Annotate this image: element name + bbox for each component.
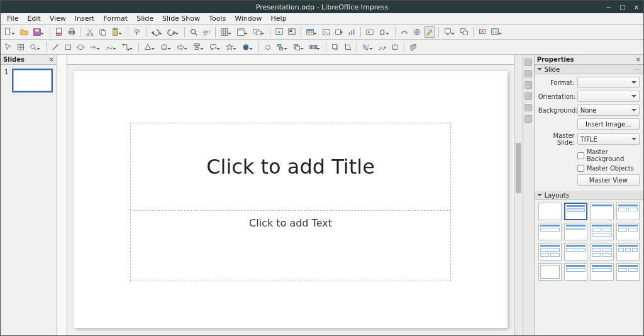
dock-animation-icon[interactable]	[525, 81, 532, 89]
orientation-combo[interactable]	[577, 91, 640, 102]
menu-edit[interactable]: Edit	[23, 13, 44, 24]
menu-insert[interactable]: Insert	[71, 13, 99, 24]
rectangle-tool[interactable]	[62, 42, 74, 53]
layout-8[interactable]	[616, 223, 640, 240]
menu-slide[interactable]: Slide	[133, 13, 157, 24]
menu-help[interactable]: Help	[267, 13, 291, 24]
insert-hyperlink-button[interactable]	[411, 26, 423, 38]
toggle-extrusion-button[interactable]	[408, 42, 419, 53]
distribute-tool[interactable]	[308, 42, 319, 53]
display-grid-button[interactable]	[219, 26, 230, 38]
layout-9[interactable]	[538, 243, 562, 260]
insert-av-button[interactable]	[333, 26, 345, 38]
display-views-button[interactable]	[235, 26, 247, 38]
layouts-section-header[interactable]: Layouts	[535, 191, 643, 200]
crop-tool[interactable]	[342, 42, 353, 53]
align-tool[interactable]	[275, 42, 286, 53]
new-document-button[interactable]	[3, 26, 14, 38]
copy-button[interactable]	[97, 26, 108, 38]
undo-button[interactable]	[150, 26, 161, 38]
points-tool[interactable]	[377, 42, 388, 53]
slide-thumbnail-1[interactable]	[12, 69, 53, 92]
3d-objects-tool[interactable]	[240, 42, 252, 53]
arrange-tool[interactable]	[291, 42, 303, 53]
menu-tools[interactable]: Tools	[205, 13, 230, 24]
layout-5[interactable]	[538, 223, 562, 240]
duplicate-slide-button[interactable]	[458, 26, 470, 38]
menu-format[interactable]: Format	[99, 13, 131, 24]
vertical-scrollbar[interactable]	[514, 55, 523, 335]
dock-slide-transition-icon[interactable]	[525, 70, 532, 77]
save-button[interactable]	[31, 26, 43, 38]
layout-10[interactable]	[564, 243, 587, 260]
filter-tool[interactable]	[360, 42, 372, 53]
layout-6[interactable]	[564, 223, 587, 240]
export-pdf-button[interactable]	[53, 26, 65, 38]
layout-11[interactable]	[590, 243, 613, 260]
layout-title-content[interactable]	[564, 203, 587, 220]
insert-image-button[interactable]	[321, 26, 332, 38]
menu-view[interactable]: View	[46, 13, 70, 24]
insert-fontwork-button[interactable]	[399, 26, 410, 38]
content-placeholder[interactable]: Click to add Text	[130, 212, 451, 281]
menu-window[interactable]: Window	[231, 13, 265, 24]
clone-formatting-button[interactable]	[131, 26, 143, 38]
select-tool[interactable]	[3, 42, 14, 53]
layout-14[interactable]	[564, 263, 587, 281]
dock-gallery-icon[interactable]	[525, 104, 532, 111]
rotate-tool[interactable]	[262, 42, 274, 53]
curve-tool[interactable]	[104, 42, 115, 53]
layout-title-only[interactable]	[590, 203, 613, 220]
master-background-checkbox[interactable]	[577, 152, 584, 159]
master-slide-combo[interactable]: TITLE	[577, 133, 640, 145]
insert-table-button[interactable]	[304, 26, 316, 38]
layout-12[interactable]	[616, 243, 640, 260]
master-view-button[interactable]: Master View	[577, 174, 640, 186]
insert-textbox-button[interactable]: A	[364, 26, 375, 38]
ellipse-tool[interactable]	[75, 42, 86, 53]
master-slide-button[interactable]	[252, 26, 263, 38]
delete-slide-button[interactable]	[477, 26, 488, 38]
spellcheck-button[interactable]: abc	[201, 26, 212, 38]
layout-16[interactable]	[616, 263, 640, 281]
dock-master-slides-icon[interactable]	[525, 92, 532, 100]
symbol-shapes-tool[interactable]	[158, 42, 170, 53]
background-combo[interactable]: None	[577, 104, 640, 116]
cut-button[interactable]	[84, 26, 96, 38]
stars-tool[interactable]	[224, 42, 235, 53]
connector-tool[interactable]	[120, 42, 131, 53]
format-combo[interactable]	[577, 77, 640, 88]
flowchart-tool[interactable]	[191, 42, 203, 53]
slide-layout-button[interactable]	[489, 26, 501, 38]
find-replace-button[interactable]	[188, 26, 199, 38]
line-arrow-tool[interactable]	[87, 42, 99, 53]
start-first-button[interactable]	[274, 26, 285, 38]
slides-panel-close-icon[interactable]: ×	[49, 56, 54, 63]
gluepoints-tool[interactable]	[389, 42, 401, 53]
master-objects-checkbox[interactable]	[577, 165, 584, 172]
block-arrows-tool[interactable]	[175, 42, 186, 53]
slide-workspace[interactable]: Click to add Title Click to add Text	[67, 65, 514, 335]
dock-navigator-icon[interactable]	[525, 115, 532, 123]
redo-button[interactable]	[166, 26, 177, 38]
paste-button[interactable]	[109, 26, 121, 38]
minimize-button[interactable]: ─	[604, 3, 613, 11]
start-current-button[interactable]	[286, 26, 297, 38]
insert-chart-button[interactable]	[346, 26, 357, 38]
basic-shapes-tool[interactable]	[142, 42, 153, 53]
slide-section-header[interactable]: Slide ⋯	[535, 65, 643, 74]
slide-section-more-icon[interactable]: ⋯	[635, 66, 641, 73]
zoom-pan-tool[interactable]	[15, 42, 26, 53]
shadow-tool[interactable]	[330, 42, 341, 53]
insert-special-char-button[interactable]: Ω	[377, 26, 388, 38]
zoom-tool[interactable]	[28, 42, 39, 53]
menu-file[interactable]: File	[3, 13, 22, 24]
open-button[interactable]	[19, 26, 30, 38]
dock-properties-icon[interactable]	[525, 59, 532, 66]
properties-panel-close-icon[interactable]: ×	[636, 56, 641, 63]
maximize-button[interactable]: □	[618, 3, 627, 11]
callout-tool[interactable]	[208, 42, 219, 53]
insert-image-button-panel[interactable]: Insert Image...	[577, 118, 640, 130]
layout-7[interactable]	[590, 223, 613, 240]
line-tool[interactable]	[50, 42, 61, 53]
